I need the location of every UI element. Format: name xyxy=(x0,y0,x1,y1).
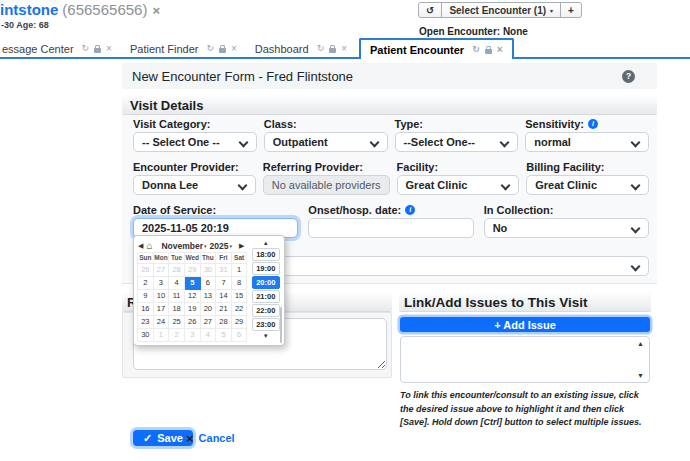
calendar-day[interactable]: 22 xyxy=(232,303,248,316)
calendar-day[interactable]: 16 xyxy=(138,303,154,316)
calendar-day[interactable]: 10 xyxy=(154,290,170,303)
calendar-day[interactable]: 18 xyxy=(169,303,185,316)
lock-icon[interactable] xyxy=(485,49,492,54)
calendar-day[interactable]: 7 xyxy=(216,277,232,290)
tab-message-center[interactable]: essage Center ↻× xyxy=(0,40,119,57)
lock-icon[interactable] xyxy=(329,48,336,53)
home-icon[interactable]: ⌂ xyxy=(146,241,152,251)
calendar-day[interactable]: 4 xyxy=(169,277,185,290)
calendar-time-option[interactable]: 22:00 xyxy=(252,304,280,317)
prev-month-icon[interactable]: ◀ xyxy=(138,242,143,250)
billing-facility-select[interactable]: Great Clinic xyxy=(526,175,649,195)
save-button[interactable]: ✓ Save xyxy=(133,430,193,446)
info-icon[interactable]: i xyxy=(588,119,598,129)
tab-patient-encounter[interactable]: Patient Encounter ↻× xyxy=(359,38,514,59)
lock-icon[interactable] xyxy=(219,48,226,53)
calendar-day[interactable]: 13 xyxy=(201,290,217,303)
encounter-provider-select[interactable]: Donna Lee xyxy=(133,175,256,195)
calendar-day[interactable]: 21 xyxy=(216,303,232,316)
calendar-day[interactable]: 29 xyxy=(185,264,201,277)
refresh-icon[interactable]: ↻ xyxy=(206,44,214,53)
calendar-day[interactable]: 26 xyxy=(138,264,154,277)
close-icon[interactable]: × xyxy=(497,45,503,54)
calendar-day[interactable]: 6 xyxy=(232,329,248,342)
calendar-day[interactable]: 3 xyxy=(185,329,201,342)
calendar-day[interactable]: 27 xyxy=(201,316,217,329)
calendar-day[interactable]: 29 xyxy=(232,316,248,329)
select-encounter-button[interactable]: Select Encounter (1)▾ xyxy=(441,2,561,18)
close-icon[interactable]: × xyxy=(341,44,347,53)
month-select[interactable]: November▾ xyxy=(161,241,206,251)
encounter-history-button[interactable]: ↺ xyxy=(418,2,442,18)
calendar-day[interactable]: 26 xyxy=(185,316,201,329)
calendar-time-option[interactable]: 19:00 xyxy=(252,262,280,275)
encounter-provider-label: Encounter Provider: xyxy=(133,161,239,173)
help-icon[interactable]: ? xyxy=(622,70,635,83)
time-scroll-up-icon[interactable]: ▲ xyxy=(263,239,269,248)
cancel-button[interactable]: × Cancel xyxy=(186,432,235,444)
calendar-day-name: Tue xyxy=(169,253,185,264)
new-encounter-button[interactable]: + xyxy=(560,2,582,18)
calendar-day[interactable]: 30 xyxy=(138,329,154,342)
calendar-day[interactable]: 5 xyxy=(185,277,201,290)
class-select[interactable]: Outpatient xyxy=(264,132,388,152)
calendar-day[interactable]: 15 xyxy=(232,290,248,303)
calendar-day[interactable]: 6 xyxy=(201,277,217,290)
refresh-icon[interactable]: ↻ xyxy=(82,44,90,53)
calendar-day[interactable]: 24 xyxy=(154,316,170,329)
scroll-down-icon[interactable]: ▼ xyxy=(637,372,644,379)
calendar-day[interactable]: 30 xyxy=(201,264,217,277)
calendar-day[interactable]: 4 xyxy=(201,329,217,342)
visit-category-select[interactable]: -- Select One -- xyxy=(133,132,257,152)
time-scrollbar[interactable] xyxy=(280,307,282,343)
calendar-day[interactable]: 14 xyxy=(216,290,232,303)
calendar-day[interactable]: 17 xyxy=(154,303,170,316)
calendar-day[interactable]: 9 xyxy=(138,290,154,303)
add-issue-button[interactable]: + Add Issue xyxy=(400,317,650,332)
next-month-icon[interactable]: ▶ xyxy=(239,242,244,250)
calendar-day[interactable]: 25 xyxy=(169,316,185,329)
calendar-day[interactable]: 1 xyxy=(154,329,170,342)
patient-name-link[interactable]: intstone xyxy=(0,1,58,18)
time-scroll-down-icon[interactable]: ▼ xyxy=(263,332,269,341)
issues-listbox[interactable]: ▲ ▼ xyxy=(400,336,650,383)
save-label: Save xyxy=(157,432,183,444)
calendar-day[interactable]: 1 xyxy=(232,264,248,277)
close-icon[interactable]: × xyxy=(106,44,112,53)
facility-select[interactable]: Great Clinic xyxy=(397,175,520,195)
calendar-day[interactable]: 5 xyxy=(216,329,232,342)
patient-close-icon[interactable]: × xyxy=(152,3,160,18)
calendar-day[interactable]: 12 xyxy=(185,290,201,303)
in-collection-select[interactable]: No xyxy=(484,218,649,238)
calendar-day[interactable]: 31 xyxy=(216,264,232,277)
calendar-day[interactable]: 28 xyxy=(169,264,185,277)
calendar-time-option[interactable]: 18:00 xyxy=(252,248,280,261)
tab-label: Dashboard xyxy=(255,43,309,55)
close-icon[interactable]: × xyxy=(231,44,237,53)
onset-date-input[interactable] xyxy=(308,218,473,238)
calendar-day[interactable]: 23 xyxy=(138,316,154,329)
calendar-day[interactable]: 8 xyxy=(232,277,248,290)
tab-dashboard[interactable]: Dashboard ↻× xyxy=(253,40,354,57)
calendar-day[interactable]: 2 xyxy=(169,329,185,342)
calendar-day[interactable]: 20 xyxy=(201,303,217,316)
calendar-day[interactable]: 3 xyxy=(154,277,170,290)
calendar-day[interactable]: 19 xyxy=(185,303,201,316)
scroll-up-icon[interactable]: ▲ xyxy=(637,340,644,347)
calendar-day[interactable]: 28 xyxy=(216,316,232,329)
calendar-day[interactable]: 27 xyxy=(154,264,170,277)
calendar-time-option[interactable]: 21:00 xyxy=(252,290,280,303)
calendar-day[interactable]: 11 xyxy=(169,290,185,303)
calendar-time-option[interactable]: 20:00 xyxy=(252,276,280,289)
type-select[interactable]: --Select One-- xyxy=(395,132,519,152)
calendar-day[interactable]: 2 xyxy=(138,277,154,290)
refresh-icon[interactable]: ↻ xyxy=(472,45,480,54)
lock-icon[interactable] xyxy=(94,48,101,53)
sensitivity-select[interactable]: normal xyxy=(525,132,649,152)
cross-icon: × xyxy=(186,433,194,444)
calendar-time-option[interactable]: 23:00 xyxy=(252,318,280,331)
info-icon[interactable]: i xyxy=(405,205,415,215)
year-select[interactable]: 2025▾ xyxy=(210,241,232,251)
refresh-icon[interactable]: ↻ xyxy=(317,44,325,53)
tab-patient-finder[interactable]: Patient Finder ↻× xyxy=(128,40,244,57)
